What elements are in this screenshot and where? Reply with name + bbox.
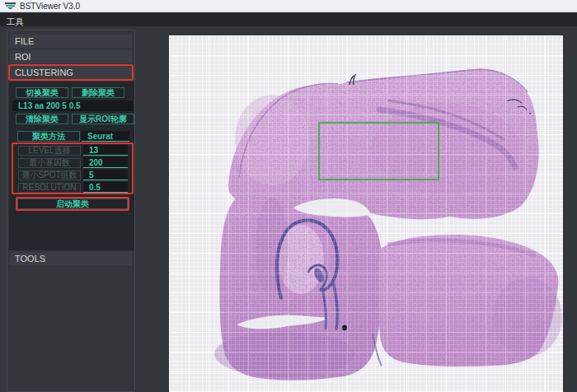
min-gene-count-label: 最小基因数 (18, 158, 81, 168)
title-bar: BSTViewer V3.0 (0, 0, 577, 12)
clear-cluster-button[interactable]: 清除聚类 (16, 114, 68, 124)
resolution-input[interactable]: 0.5 (83, 182, 128, 193)
menu-bar: 工具 (0, 13, 577, 26)
sidebar-item-roi[interactable]: ROI (10, 50, 132, 63)
sidebar: FILE ROI CLUSTERING 切换聚类 删除聚类 L13 aa 200… (7, 30, 135, 392)
main-area: FILE ROI CLUSTERING 切换聚类 删除聚类 L13 aa 200… (0, 26, 577, 392)
roi-selection-rect[interactable] (318, 122, 439, 180)
params-highlight-box: LEVEL选择 13 最小基因数 200 最小SPOT组数 5 RESOLUTI… (12, 142, 134, 194)
start-cluster-button[interactable]: 启动聚类 (17, 198, 128, 209)
switch-cluster-button[interactable]: 切换聚类 (16, 87, 68, 98)
slide-viewer-canvas[interactable] (169, 35, 563, 392)
window-title: BSTViewer V3.0 (20, 2, 80, 11)
min-gene-count-input[interactable]: 200 (83, 157, 128, 168)
sidebar-item-clustering[interactable]: CLUSTERING (10, 66, 132, 79)
min-spot-count-label: 最小SPOT组数 (18, 170, 81, 180)
sidebar-item-tools[interactable]: TOOLS (10, 252, 132, 265)
start-highlight-box: 启动聚类 (16, 197, 129, 211)
level-select-input[interactable]: 13 (83, 145, 128, 156)
cluster-method-label: 聚类方法 (17, 131, 80, 142)
clustering-panel: 切换聚类 删除聚类 L13 aa 200 5 0.5 清除聚类 显示ROI轮廓 … (9, 82, 134, 250)
level-select-label: LEVEL选择 (18, 146, 81, 156)
cluster-method-dropdown[interactable]: Seurat (82, 131, 129, 142)
sidebar-item-file[interactable]: FILE (10, 35, 132, 48)
min-spot-count-input[interactable]: 5 (83, 170, 128, 180)
app-icon (5, 2, 16, 10)
cluster-preset-combobox[interactable]: L13 aa 200 5 0.5 (12, 100, 133, 111)
resolution-label: RESOLUTION (18, 183, 81, 193)
tissue-image (169, 35, 563, 392)
delete-cluster-button[interactable]: 删除聚类 (72, 87, 124, 98)
show-roi-outline-button[interactable]: 显示ROI轮廓 (72, 114, 134, 124)
